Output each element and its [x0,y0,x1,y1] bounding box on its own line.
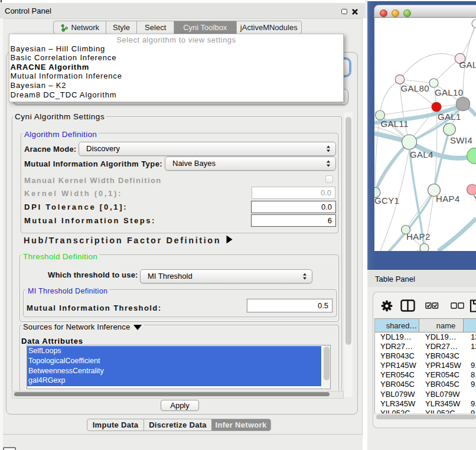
svg-text:GAL1: GAL1 [438,112,461,122]
svg-text:Y: Y [474,193,476,203]
svg-text:GAL80: GAL80 [401,83,429,93]
svg-text:GAL11: GAL11 [381,119,409,129]
svg-text:HAP2: HAP2 [406,231,431,242]
svg-text:SWI4: SWI4 [450,135,472,145]
svg-text:GAL10: GAL10 [435,87,463,97]
svg-text:HAP4: HAP4 [436,194,460,204]
svg-text:GAL4: GAL4 [410,149,433,159]
svg-text:GCY1: GCY1 [374,195,399,206]
svg-text:GAL7: GAL7 [459,60,476,70]
